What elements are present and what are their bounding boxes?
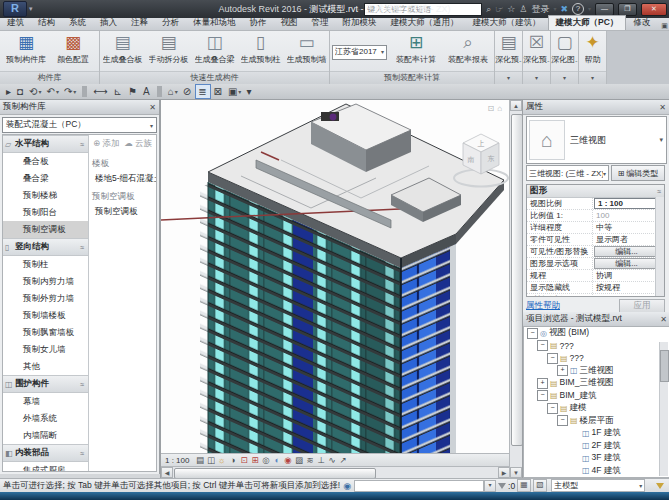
ribbon-tab[interactable]: 协作 [243,16,274,30]
ribbon-button[interactable]: ⌕ 装配率报表 [442,32,494,72]
visual-style-icon[interactable]: ◫ [205,455,216,466]
ribbon-button[interactable]: ◫ 生成叠合梁 [192,32,237,72]
property-row[interactable]: 零件可见性 显示两者 [527,234,664,246]
item-interior-partition[interactable]: 内墙隔断 [3,427,88,444]
component-row[interactable]: 楼板 [89,153,156,171]
ribbon-tab[interactable]: 附加模块 [336,16,384,30]
panel-flyout-arrow[interactable]: ▾ [579,71,606,84]
tree-expander-icon[interactable]: − [537,340,548,351]
item-curtain-wall[interactable]: 幕墙 [3,393,88,410]
ribbon-tab[interactable]: 建筑 [0,16,31,30]
ribbon-tab[interactable]: 建模大师（通用） [384,16,466,30]
category-vertical-structure[interactable]: ▯ 竖向结构 ≈ [3,238,88,256]
sign-in-dropdown-icon[interactable]: ▾ [553,4,556,14]
close-hidden-windows-icon[interactable]: ⊠ [212,85,225,98]
palette-header[interactable]: 预制构件库 ✕ [0,100,159,115]
worksets-dropdown-icon[interactable]: ▾ [484,480,496,492]
ribbon-tab[interactable]: 体量和场地 [186,16,243,30]
tree-expander-icon[interactable]: + [557,365,568,376]
type-selector[interactable]: ⌂ 三维视图 ▾ [526,116,667,164]
detail-level-icon[interactable]: ▤ [194,455,205,466]
tree-expander-icon[interactable]: − [527,328,538,339]
scroll-down-icon[interactable]: ▼ [510,467,522,478]
item-precast-bay-window-panel[interactable]: 预制飘窗墙板 [3,324,88,341]
separator[interactable] [82,86,87,97]
tree-node[interactable]: − ▤ ??? [524,352,669,365]
tree-node[interactable]: ◫ 1F 建筑 [524,427,669,440]
close-icon[interactable]: ✕ [660,315,667,324]
property-value[interactable]: 中等 [593,222,664,233]
thin-lines-icon[interactable]: ≣ [195,84,210,99]
properties-help-link[interactable]: 属性帮助 [526,300,560,312]
panel-label[interactable]: 快速生成构件 [100,71,329,84]
property-value[interactable]: 无 [593,294,664,297]
apply-button[interactable]: 应用 [619,299,665,313]
category-interior-parts[interactable]: ◧ 内装部品 ≈ [3,444,88,462]
ribbon-button[interactable]: ⊞ 装配率计算 [390,32,442,72]
item-precast-stair[interactable]: 预制楼梯 [3,187,88,204]
tree-expander-icon[interactable] [571,429,580,438]
search-collapse-icon[interactable]: ▸ [357,4,360,14]
component-row[interactable]: 预制空调板 [89,186,156,204]
property-value[interactable]: 按规程 [593,282,664,293]
help-dropdown-icon[interactable]: ▾ [588,4,591,14]
tree-node[interactable]: + ◫ 三维视图 [524,365,669,378]
ribbon-button[interactable]: ▭ 生成预制墙 [284,32,329,72]
tree-node[interactable]: − ◎ 视图 (BIM) [524,327,669,340]
right-facade[interactable] [401,244,456,453]
minimize-button[interactable]: — [595,3,614,16]
project-browser-header[interactable]: 项目浏览器 - 测试模型.rvt ✕ [523,312,669,327]
home-view-icon[interactable]: ⌂ [497,104,502,113]
ribbon-button[interactable]: ▩ 颜色配置 [50,32,96,72]
property-value[interactable]: 编辑... [594,258,656,269]
component-row[interactable]: 预制空调板 [89,204,156,219]
scroll-up-icon[interactable]: ▲ [510,100,522,111]
3d-view-canvas[interactable]: ⊡ ⌂ 上 南 东 [161,100,510,453]
logo-dropdown-icon[interactable]: ▾ [29,5,33,13]
component-row[interactable]: 楼地5-细石混凝土面层（ [89,171,156,186]
save-icon[interactable]: ◘ [15,85,26,98]
region-standard-select[interactable]: 江苏省2017 ▾ [332,45,387,60]
search-input[interactable]: 键入关键字或短语 [364,3,482,16]
tree-expander-icon[interactable]: − [547,353,558,364]
property-value[interactable]: 100 [593,211,664,220]
ribbon-button[interactable]: ☒ 深化预... [523,32,550,72]
select-pointer-icon[interactable]: ☞ [495,4,503,14]
property-row[interactable]: 图形显示选项 编辑... [527,258,664,270]
properties-header[interactable]: 属性 ✕ [523,100,669,115]
horizontal-scrollbar[interactable]: ◀ ▶ [161,466,510,478]
aligned-dimension-icon[interactable]: ⊾ [112,85,125,98]
item-integrated-kitchen[interactable]: 集成式厨房 [3,462,88,471]
undo-icon[interactable]: ↶ ▾ [44,85,60,98]
item-other[interactable]: 其他 [3,358,88,375]
ribbon-tab[interactable]: 建模大师（建筑） [466,16,548,30]
item-precast-interior-shear-wall[interactable]: 预制内剪力墙 [3,273,88,290]
ribbon-button[interactable]: ▢ 深化图... [551,32,578,72]
add-button[interactable]: ⊕ 添加 [93,138,120,150]
worksets-field[interactable] [354,480,484,492]
reveal-hidden-elements-icon[interactable]: ◉ [282,455,293,466]
tree-expander-icon[interactable] [571,466,580,475]
ribbon-tab[interactable]: 视图 [274,16,305,30]
panel-flyout-arrow[interactable]: ▾ [495,71,522,84]
panel-label[interactable]: 构件库 [0,71,99,84]
edit-type-button[interactable]: ⊞ 编辑类型 [611,165,665,181]
text-icon[interactable]: A [141,85,153,98]
property-value[interactable]: 1 : 100 [594,198,663,209]
tree-expander-icon[interactable]: − [547,403,558,414]
item-precast-column[interactable]: 预制柱 [3,256,88,273]
item-precast-exterior-shear-wall[interactable]: 预制外剪力墙 [3,290,88,307]
property-row[interactable]: 显示隐藏线 按规程 [527,282,664,294]
ribbon-tab[interactable]: 管理 [305,16,336,30]
locked-3d-view-icon[interactable]: ◎ [260,455,271,466]
close-icon[interactable]: ✕ [659,103,666,112]
filter-icon[interactable] [656,483,664,489]
property-row[interactable]: 比例值 1: 100 [527,210,664,222]
item-precast-ac-panel[interactable]: 预制空调板 [3,221,88,238]
tree-node[interactable]: − ▤ BIM_建筑 [524,390,669,403]
ribbon-tab[interactable]: 修改 [626,16,657,30]
item-precast-wall-slab[interactable]: 预制墙楼板 [3,307,88,324]
tree-node[interactable]: − ▤ 建模 [524,402,669,415]
tree-expander-icon[interactable]: − [557,415,568,426]
selection-filter-icon[interactable] [498,483,506,489]
